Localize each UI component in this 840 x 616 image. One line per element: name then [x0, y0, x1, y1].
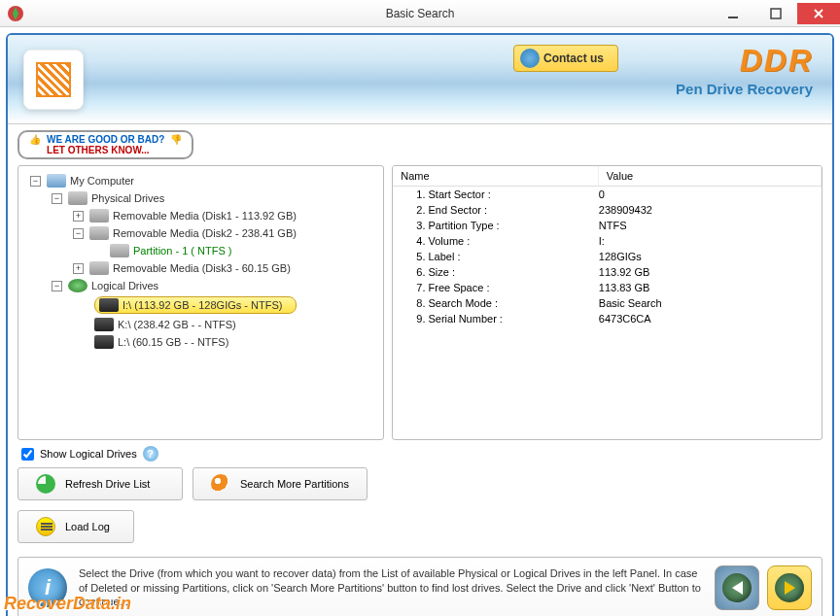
property-row: 4. Volume :I:: [393, 233, 822, 249]
property-row: 7. Free Space :113.83 GB: [393, 280, 822, 295]
show-logical-drives-checkbox[interactable]: [21, 448, 34, 461]
drive-icon: [89, 226, 109, 240]
drive-icon: [89, 261, 109, 275]
property-row: 5. Label :128GIGs: [393, 249, 822, 264]
titlebar: Basic Search: [0, 0, 840, 27]
svg-rect-1: [728, 17, 738, 18]
search-icon: [211, 474, 230, 494]
search-more-partitions-button[interactable]: Search More Partitions: [192, 467, 368, 500]
properties-header: Name Value: [393, 166, 822, 187]
refresh-icon: [36, 474, 55, 494]
contact-us-button[interactable]: Contact us: [513, 45, 618, 72]
review-button[interactable]: 👍 WE ARE GOOD OR BAD? 👎 LET OTHERS KNOW.…: [18, 130, 193, 159]
watermark: RecoverData.in: [4, 594, 131, 614]
brand-logo-text: DDR: [676, 43, 813, 79]
brand-subtitle: Pen Drive Recovery: [676, 81, 813, 97]
property-row: 6. Size :113.92 GB: [393, 264, 822, 280]
log-icon: [36, 517, 55, 536]
window-title: Basic Search: [386, 7, 455, 20]
banner: Contact us DDR Pen Drive Recovery: [8, 35, 832, 124]
app-logo: [23, 50, 84, 110]
computer-icon: [47, 174, 66, 188]
expand-toggle[interactable]: −: [52, 281, 62, 291]
property-row: 8. Search Mode :Basic Search: [393, 295, 822, 311]
contact-icon: [520, 49, 540, 68]
footer-help-text: Select the Drive (from which you want to…: [79, 566, 703, 610]
disk-icon: [94, 318, 114, 331]
property-row: 3. Partition Type :NTFS: [393, 218, 822, 233]
partition-icon: [110, 244, 129, 257]
drive-item[interactable]: L:\ (60.15 GB - - NTFS): [118, 336, 228, 348]
back-button[interactable]: [715, 565, 759, 610]
close-button[interactable]: [797, 3, 840, 24]
contact-label: Contact us: [543, 51, 604, 65]
expand-toggle[interactable]: −: [30, 176, 41, 187]
partition-item[interactable]: Partition - 1 ( NTFS ): [133, 245, 231, 257]
svg-rect-2: [771, 9, 781, 18]
show-logical-label: Show Logical Drives: [40, 448, 137, 460]
help-icon[interactable]: ?: [143, 446, 158, 462]
drive-item[interactable]: K:\ (238.42 GB - - NTFS): [118, 319, 236, 330]
expand-toggle[interactable]: −: [73, 228, 84, 239]
refresh-drive-list-button[interactable]: Refresh Drive List: [18, 467, 183, 500]
load-log-button[interactable]: Load Log: [18, 510, 134, 543]
expand-toggle[interactable]: +: [73, 263, 84, 274]
drive-icon: [89, 209, 109, 222]
drive-tree[interactable]: −My Computer −Physical Drives +Removable…: [18, 165, 384, 440]
expand-toggle[interactable]: +: [73, 211, 84, 222]
brand: DDR Pen Drive Recovery: [676, 43, 813, 97]
drive-item-selected[interactable]: I:\ (113.92 GB - 128GIGs - NTFS): [94, 296, 297, 314]
property-row: 9. Serial Number :6473C6CA: [393, 311, 822, 326]
expand-toggle[interactable]: −: [52, 193, 62, 204]
property-row: 2. End Sector :238909432: [393, 202, 822, 218]
disk-icon: [94, 335, 114, 349]
footer-bar: i Select the Drive (from which you want …: [18, 557, 822, 616]
disk-icon: [99, 298, 119, 312]
maximize-button[interactable]: [754, 3, 797, 24]
drive-icon: [68, 191, 88, 205]
minimize-button[interactable]: [712, 3, 754, 24]
property-row: 1. Start Sector :0: [393, 187, 822, 202]
next-button[interactable]: [767, 565, 812, 610]
logical-drives-icon: [68, 279, 88, 292]
properties-panel: Name Value 1. Start Sector :02. End Sect…: [392, 165, 822, 440]
app-icon: [6, 4, 25, 23]
